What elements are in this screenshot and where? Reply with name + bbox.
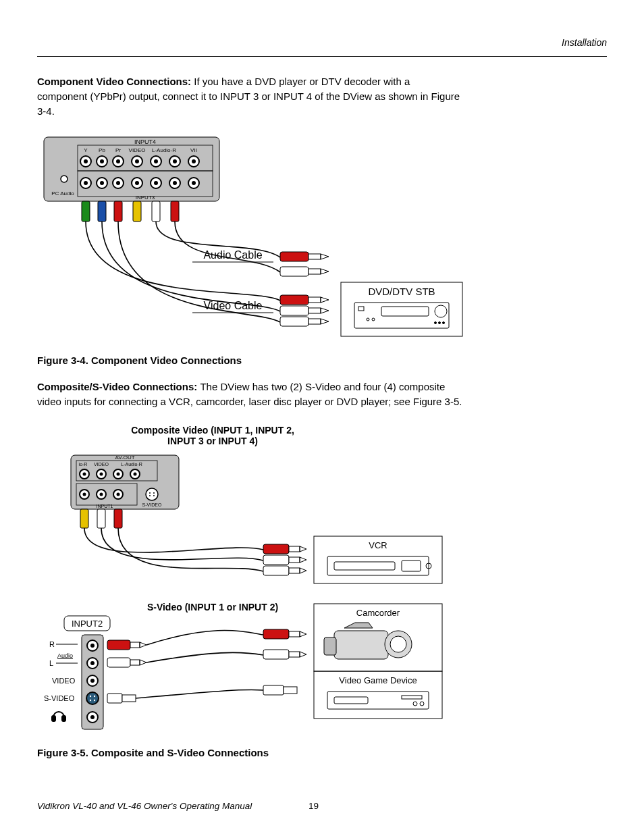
svg-point-15: [192, 159, 196, 163]
fig35-title-l2: INPUT 3 or INPUT 4): [167, 436, 258, 446]
svg-rect-116: [122, 695, 136, 702]
svg-rect-124: [334, 631, 388, 659]
para1-l1: If you have a DVD player or DTV decoder …: [194, 76, 410, 87]
svg-rect-46: [308, 319, 321, 324]
plug-strip: [82, 201, 179, 221]
svg-point-105: [90, 700, 91, 701]
game-icon: [327, 692, 429, 709]
svg-rect-35: [152, 201, 160, 221]
para2-bold: Composite/S-Video Connections:: [37, 381, 200, 392]
svg-rect-82: [114, 509, 122, 528]
avout-label: AV-OUT: [115, 454, 134, 461]
pc-audio-label: PC Audio: [51, 190, 74, 197]
svideo-section-title: S-Video (INPUT 1 or INPUT 2): [147, 602, 278, 613]
svg-point-68: [134, 472, 137, 475]
svg-point-20: [100, 181, 104, 185]
stb-label: DVD/DTV STB: [368, 286, 435, 297]
label-video-side: VIDEO: [52, 677, 76, 685]
svg-point-133: [420, 702, 424, 706]
paragraph-composite-svideo: Composite/S-Video Connections: The DView…: [37, 380, 469, 409]
svg-point-62: [83, 472, 86, 475]
label-svideo-side: S-VIDEO: [44, 694, 75, 702]
svg-point-26: [154, 181, 158, 185]
svg-point-104: [94, 696, 95, 697]
stb-icon: [354, 303, 449, 328]
svg-rect-88: [289, 568, 300, 573]
svg-point-9: [135, 159, 139, 163]
camcorder-icon: [324, 623, 412, 659]
paragraph-component-video: Component Video Connections: If you have…: [37, 74, 469, 118]
svg-rect-109: [52, 716, 55, 721]
figure-3-5: Composite Video (INPUT 1, INPUT 2, INPUT…: [37, 421, 607, 735]
svg-point-11: [154, 159, 158, 163]
video-label: VIDEO: [94, 462, 109, 467]
svg-rect-87: [263, 566, 289, 575]
vcr-icon: [327, 556, 431, 575]
input3-label: INPUT3: [136, 194, 155, 201]
svg-rect-32: [98, 201, 106, 221]
svg-point-99: [90, 661, 95, 665]
svg-rect-84: [289, 546, 300, 552]
composite-terminators: [263, 544, 306, 575]
footer-text: Vidikron VL-40 and VL-46 Owner's Operati…: [37, 801, 252, 811]
svg-rect-131: [402, 696, 422, 699]
svg-point-13: [173, 159, 177, 163]
para1-l3: 3-4.: [37, 105, 55, 117]
svg-rect-37: [280, 252, 308, 261]
svg-rect-111: [107, 640, 130, 650]
svg-rect-120: [289, 652, 300, 657]
svg-rect-38: [308, 254, 321, 259]
para2-l2: video inputs for connecting a VCR, camco…: [37, 396, 462, 407]
vcr-label: VCR: [369, 540, 387, 550]
svg-point-64: [100, 472, 103, 475]
svg-point-3: [84, 159, 88, 163]
svg-point-5: [100, 159, 104, 163]
svg-point-22: [116, 181, 120, 185]
svg-point-53: [372, 318, 375, 321]
label-r: R: [49, 640, 55, 648]
input2-box: INPUT2: [72, 619, 103, 629]
figure-3-4-caption: Figure 3-4. Component Video Connections: [37, 355, 607, 366]
svg-point-78: [149, 495, 151, 496]
label-l: L: [49, 659, 53, 667]
game-label: Video Game Device: [339, 675, 417, 685]
fig35-title-l1: Composite Video (INPUT 1, INPUT 2,: [131, 425, 294, 436]
svg-point-58: [443, 322, 445, 324]
col-vii: VII: [190, 147, 197, 153]
video-cable-label: Video Cable: [204, 300, 263, 311]
svg-rect-44: [308, 308, 321, 313]
video-terminators: [280, 295, 329, 326]
col-y: Y: [84, 147, 88, 153]
svg-point-18: [84, 181, 88, 185]
svg-rect-90: [327, 556, 429, 575]
svg-rect-118: [289, 631, 300, 637]
svg-rect-129: [327, 692, 429, 709]
svg-point-103: [90, 696, 91, 697]
svg-rect-34: [133, 201, 141, 221]
svg-rect-92: [402, 561, 421, 571]
svg-rect-115: [107, 694, 122, 703]
svideo-jack: [146, 488, 158, 500]
svg-rect-54: [381, 307, 429, 316]
svg-point-52: [367, 318, 369, 321]
svg-point-102: [86, 692, 99, 704]
svg-rect-83: [263, 544, 289, 554]
plug-strip-composite: [80, 509, 122, 528]
svg-rect-117: [263, 629, 289, 639]
audio-terminators: [280, 252, 329, 276]
svg-point-101: [90, 679, 95, 683]
svg-rect-39: [280, 267, 308, 276]
svg-rect-114: [130, 660, 140, 665]
svg-point-132: [413, 702, 417, 706]
running-header: Installation: [37, 37, 607, 48]
svg-point-126: [390, 636, 406, 652]
svg-rect-40: [308, 269, 321, 274]
figure-3-5-caption: Figure 3-5. Composite and S-Video Connec…: [37, 747, 607, 758]
svg-rect-122: [284, 687, 297, 694]
svg-rect-43: [280, 306, 308, 315]
svg-rect-85: [263, 555, 289, 565]
svg-rect-51: [358, 307, 364, 311]
svg-point-108: [90, 715, 95, 719]
camcorder-label: Camcorder: [356, 608, 400, 618]
headphone-icon: [52, 712, 65, 721]
